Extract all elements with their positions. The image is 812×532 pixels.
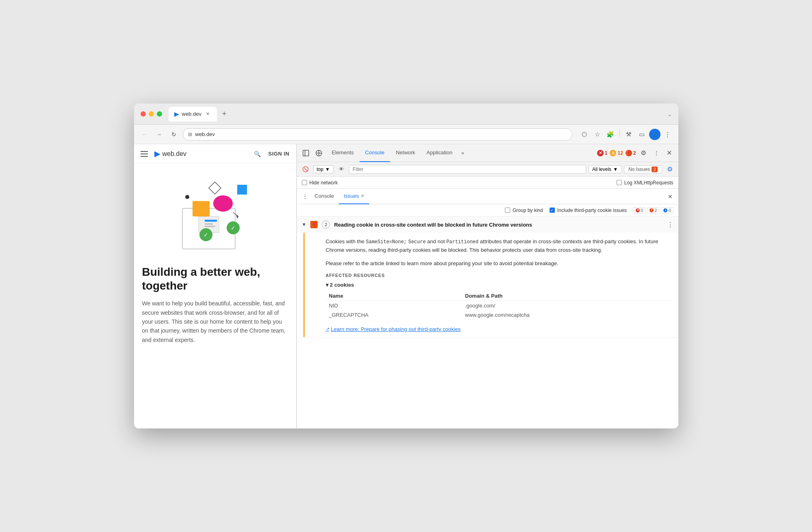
issues-panel-close[interactable]: ✕ [665, 192, 675, 201]
log-level-label: All levels [592, 167, 611, 172]
sub-tab-issues-label: Issues [344, 193, 359, 199]
hamburger-menu-button[interactable] [141, 151, 148, 157]
devtools-tabs: Elements Console Network Application » [326, 144, 592, 162]
address-security-icon: ⊞ [188, 132, 192, 137]
cookie1-domain: .google.com/ [462, 301, 672, 310]
devtools-close-button[interactable]: ✕ [664, 147, 675, 159]
issues-content: ▼ 🚩 2 Reading cookie in cross-site conte… [297, 216, 678, 428]
svg-marker-7 [209, 182, 221, 194]
site-content: ✓ ✓ Building a better web, together We w… [134, 164, 296, 428]
console-clear-button[interactable]: 🚫 [300, 164, 311, 175]
tab-close-button[interactable]: ✕ [205, 111, 211, 117]
profile-button[interactable]: 👤 [649, 129, 660, 140]
devtools-kebab-menu[interactable]: ⋮ [651, 147, 662, 159]
log-xmlhttp-option[interactable]: Log XMLHttpRequests [617, 180, 673, 186]
tab-elements[interactable]: Elements [326, 144, 359, 162]
code-secure: Secure [408, 239, 426, 245]
include-third-party-option[interactable]: ✓ Include third-party cookie issues [550, 208, 627, 213]
error-badge: ✕ 1 [597, 150, 608, 156]
cast-button[interactable]: ⬡ [579, 129, 590, 140]
profile-dropdown-icon[interactable]: ⌄ [668, 112, 672, 117]
minimize-traffic-light[interactable] [149, 111, 154, 117]
mini-badge-warning-count: 2 [654, 208, 657, 213]
no-issues-button[interactable]: No Issues 2 [624, 165, 662, 173]
mini-badge-info: i 0 [661, 207, 673, 214]
sub-tab-issues[interactable]: Issues ✕ [339, 189, 369, 204]
sub-tab-console[interactable]: Console [310, 189, 339, 204]
learn-more-link[interactable]: ↗ Learn more: Prepare for phasing out th… [326, 326, 672, 332]
devtools-inspect-button[interactable] [313, 147, 325, 159]
back-button[interactable]: ← [139, 129, 150, 140]
include-third-party-label: Include third-party cookie issues [557, 208, 627, 213]
menu-button[interactable]: ⋮ [662, 129, 673, 140]
site-logo-text: web.dev [162, 150, 187, 158]
site-search-button[interactable]: 🔍 [253, 149, 262, 158]
active-tab[interactable]: ▶ web.dev ✕ [169, 107, 217, 121]
bookmark-button[interactable]: ☆ [592, 129, 603, 140]
window-controls: ⌄ [668, 110, 672, 118]
console-filter-input[interactable] [349, 165, 586, 174]
mini-badge-error-count: 0 [641, 208, 643, 213]
group-by-kind-checkbox[interactable] [505, 208, 510, 213]
address-bar[interactable]: ⊞ web.dev [183, 128, 572, 141]
issues-tabs-menu[interactable]: ⋮ [300, 192, 310, 201]
tab-title: web.dev [182, 111, 201, 117]
hide-network-label: Hide network [310, 180, 338, 186]
website-panel: ▶ web.dev 🔍 SIGN IN [134, 144, 297, 428]
console-eye-button[interactable]: 👁 [336, 164, 346, 175]
group-by-kind-option[interactable]: Group by kind [505, 208, 543, 213]
site-logo: ▶ web.dev [154, 149, 187, 158]
tab-console[interactable]: Console [359, 144, 390, 162]
issue-badge-icon: 🚩 [626, 150, 632, 156]
site-body-text: We want to help you build beautiful, acc… [142, 299, 288, 344]
maximize-traffic-light[interactable] [157, 111, 162, 117]
mini-badge-info-count: 0 [668, 208, 671, 213]
close-traffic-light[interactable] [141, 111, 146, 117]
site-signin-button[interactable]: SIGN IN [269, 151, 290, 157]
sub-tab-console-label: Console [315, 193, 334, 199]
external-link-icon: ↗ [326, 327, 329, 332]
tab-application[interactable]: Application [421, 144, 458, 162]
site-logo-icon: ▶ [154, 149, 160, 158]
tab-network[interactable]: Network [390, 144, 421, 162]
devtools-button[interactable]: ⚒ [623, 129, 634, 140]
svg-rect-8 [237, 185, 247, 195]
context-selector[interactable]: top ▼ [313, 165, 334, 173]
devtools-more-tabs[interactable]: » [458, 150, 468, 156]
site-toolbar: ▶ web.dev 🔍 SIGN IN [134, 144, 296, 164]
include-third-party-checkbox[interactable]: ✓ [550, 208, 555, 213]
issue-body: Cookies with the SameSite=None; Secure a… [303, 233, 678, 337]
mini-badges: ✕ 0 ! 2 i 0 [633, 207, 673, 214]
sub-tab-issues-close[interactable]: ✕ [361, 193, 364, 199]
extensions-button[interactable]: 🧩 [605, 129, 616, 140]
traffic-lights [141, 111, 162, 117]
address-text: web.dev [195, 131, 215, 137]
hide-network-option[interactable]: Hide network [302, 180, 338, 186]
svg-rect-5 [193, 201, 210, 216]
devtools-settings-button[interactable]: ⚙ [638, 147, 649, 159]
table-row: _GRECAPTCHA www.google.com/recaptcha [326, 310, 672, 320]
devtools-dock-button[interactable] [300, 147, 312, 159]
mini-badge-error: ✕ 0 [633, 207, 645, 214]
issue-collapse-icon[interactable]: ▼ [302, 222, 307, 227]
forward-button[interactable]: → [154, 129, 165, 140]
console-settings-button[interactable]: ⚙ [665, 164, 675, 175]
hide-network-checkbox[interactable] [302, 180, 307, 185]
new-tab-button[interactable]: + [219, 108, 230, 120]
cookies-table: Name Domain & Path NID .google.com/ [326, 291, 672, 320]
log-level-selector[interactable]: All levels ▼ [589, 165, 621, 173]
issue-header[interactable]: ▼ 🚩 2 Reading cookie in cross-site conte… [297, 216, 678, 233]
reload-button[interactable]: ↻ [168, 129, 180, 140]
issue-more-button[interactable]: ⋮ [667, 221, 673, 229]
cookies-toggle[interactable]: ▾ 2 cookies [326, 282, 672, 288]
issue-body-paragraph1: Cookies with the SameSite=None; Secure a… [326, 238, 672, 255]
site-illustration: ✓ ✓ [170, 176, 260, 257]
issue-title: Reading cookie in cross-site context wil… [334, 222, 663, 228]
issue-count-badge: 2 [322, 221, 330, 229]
log-xmlhttp-checkbox[interactable] [617, 180, 622, 185]
browser-window: ▶ web.dev ✕ + ⌄ ← → ↻ ⊞ web.dev ⬡ ☆ 🧩 ⚒ … [134, 104, 678, 428]
nav-bar: ← → ↻ ⊞ web.dev ⬡ ☆ 🧩 ⚒ ▭ 👤 ⋮ [134, 125, 678, 144]
svg-rect-3 [205, 223, 213, 225]
sidebar-button[interactable]: ▭ [636, 129, 647, 140]
log-xmlhttp-label: Log XMLHttpRequests [624, 180, 673, 186]
